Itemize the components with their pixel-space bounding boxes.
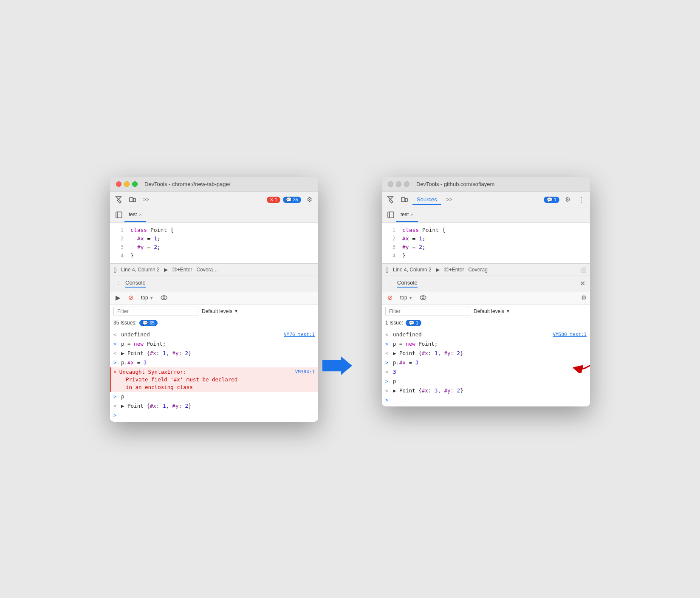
- issues-badge: 💬 35: [283, 197, 301, 203]
- more-tabs-button[interactable]: >>: [141, 194, 152, 205]
- right-title-bar: DevTools - github.com/sofiayem: [382, 177, 590, 192]
- console-row-1-right: < undefined VM580 test:1: [382, 330, 590, 339]
- svg-rect-7: [401, 197, 405, 202]
- shortcut-right: ⌘+Enter: [444, 267, 464, 273]
- right-device-toolbar-button[interactable]: [399, 194, 410, 205]
- top-dropdown-icon-left: ▼: [150, 296, 154, 300]
- eye-button-right[interactable]: [418, 293, 428, 302]
- direction-arrow: [322, 355, 352, 376]
- right-maximize-button[interactable]: [404, 181, 409, 187]
- svg-rect-1: [133, 198, 135, 202]
- file-tab-close-right[interactable]: ×: [411, 212, 413, 217]
- maximize-button[interactable]: [132, 181, 138, 187]
- right-devtools-window: DevTools - github.com/sofiayem Sources >…: [382, 177, 590, 406]
- right-inspector-button[interactable]: [385, 194, 396, 205]
- issues-num-left: 35: [150, 320, 155, 325]
- right-console-panel: ⋮ Console ✕ ⊘ top ▼ ⚙ Def: [382, 276, 590, 406]
- left-issues-bar: 35 Issues: 💬 35: [110, 318, 318, 328]
- console-row-2-right: > p = new Point;: [382, 339, 590, 349]
- settings-button[interactable]: ⚙: [304, 194, 315, 205]
- filter-input-right[interactable]: [385, 307, 470, 316]
- filter-input-left[interactable]: [113, 307, 198, 316]
- console-row-2-left: > p = new Point;: [110, 339, 318, 349]
- svg-rect-8: [405, 198, 407, 202]
- console-row-4-right: > p.#x = 3: [382, 358, 590, 367]
- device-toolbar-button[interactable]: [127, 194, 138, 205]
- top-label-left: top: [141, 295, 148, 301]
- left-main-toolbar: >> ✕ 1 💬 35 ⚙: [110, 192, 318, 208]
- right-settings-button[interactable]: ⚙: [562, 194, 573, 205]
- left-console-header: ⋮ Console: [110, 276, 318, 291]
- code-line-3-left: 3 #y = 2;: [110, 243, 318, 251]
- minimize-button[interactable]: [124, 181, 130, 187]
- svg-marker-6: [322, 356, 352, 375]
- code-line-2-left: 2 #x = 1;: [110, 234, 318, 243]
- default-levels-left[interactable]: Default levels ▼: [202, 308, 238, 314]
- console-row-6-left: < ▶ Point {#x: 1, #y: 2}: [110, 401, 318, 411]
- console-more-button-right[interactable]: ⋮: [385, 279, 395, 288]
- top-selector-right[interactable]: top ▼: [398, 294, 415, 302]
- console-row-7-right: < ▶ Point {#x: 3, #y: 2}: [382, 386, 590, 395]
- console-run-btn-left[interactable]: ▶: [113, 293, 123, 302]
- default-levels-right[interactable]: Default levels ▼: [474, 308, 510, 314]
- top-label-right: top: [400, 295, 407, 301]
- svg-rect-9: [388, 212, 394, 218]
- right-console-output: < undefined VM580 test:1 > p = new Point…: [382, 328, 590, 406]
- left-traffic-lights: [116, 181, 138, 187]
- right-close-button[interactable]: [388, 181, 393, 187]
- console-row-5-right: < 3: [382, 367, 590, 377]
- vm76-link[interactable]: VM76 test:1: [284, 331, 315, 338]
- coverage-right: Coverag: [468, 267, 487, 273]
- console-close-button-right[interactable]: ✕: [578, 279, 587, 288]
- right-filter-bar: Default levels ▼: [382, 305, 590, 318]
- file-tab-close-left[interactable]: ×: [139, 212, 141, 217]
- right-traffic-lights: [388, 181, 409, 187]
- console-block-btn-left[interactable]: ⊘: [126, 293, 135, 302]
- inspector-button[interactable]: [113, 194, 124, 205]
- file-tab-name-left: test: [129, 212, 137, 217]
- right-window-title: DevTools - github.com/sofiayem: [416, 181, 494, 187]
- right-issues-badge: 💬 1: [544, 197, 559, 203]
- left-sources-tab-bar: test ×: [110, 208, 318, 223]
- eye-button-left[interactable]: [159, 293, 169, 302]
- top-selector-left[interactable]: top ▼: [139, 294, 156, 302]
- right-main-toolbar: Sources >> 💬 1 ⚙ ⋮: [382, 192, 590, 208]
- left-panel-toggle[interactable]: [113, 209, 124, 220]
- issues-count-badge-left: 💬 35: [139, 320, 158, 326]
- console-block-btn-right[interactable]: ⊘: [385, 293, 395, 302]
- right-more-menu-button[interactable]: ⋮: [576, 194, 587, 205]
- left-filter-bar: Default levels ▼: [110, 305, 318, 318]
- expand-panel-icon[interactable]: ⬜: [580, 267, 587, 273]
- error-icon: ✕: [270, 197, 274, 203]
- format-icon[interactable]: {}: [113, 267, 117, 273]
- right-more-tabs-button[interactable]: >>: [444, 194, 455, 205]
- left-code-editor: 1 class Point { 2 #x = 1; 3 #y = 2; 4 }: [110, 223, 318, 263]
- run-icon-left[interactable]: ▶: [164, 267, 168, 273]
- console-settings-icon[interactable]: ⚙: [581, 294, 587, 302]
- right-issues-icon: 💬: [547, 197, 553, 203]
- file-tab-test-left[interactable]: test ×: [124, 208, 146, 222]
- vm384-link[interactable]: VM384:1: [295, 368, 315, 376]
- close-button[interactable]: [116, 181, 121, 187]
- issues-label-left: 35 Issues:: [113, 320, 137, 326]
- console-row-3-right: < ▶ Point {#x: 1, #y: 2}: [382, 349, 590, 358]
- vm580-link[interactable]: VM580 test:1: [553, 331, 587, 338]
- format-icon-right[interactable]: {}: [385, 267, 389, 273]
- svg-rect-2: [116, 212, 122, 218]
- left-console-title: Console: [125, 279, 146, 288]
- console-more-button-left[interactable]: ⋮: [113, 279, 123, 288]
- sources-tab-right[interactable]: Sources: [412, 195, 441, 205]
- file-tab-test-right[interactable]: test ×: [396, 208, 418, 222]
- cursor-position-right: Line 4, Column 2: [393, 267, 432, 273]
- code-line-2-right: 2 #x = 1;: [382, 234, 590, 243]
- right-sources-tab-bar: test ×: [382, 208, 590, 223]
- right-panel-toggle[interactable]: [385, 209, 396, 220]
- left-console-output: < undefined VM76 test:1 > p = new Point;…: [110, 328, 318, 422]
- console-row-1-left: < undefined VM76 test:1: [110, 330, 318, 339]
- left-status-bar: {} Line 4, Column 2 ▶ ⌘+Enter Covera…: [110, 263, 318, 276]
- right-minimize-button[interactable]: [396, 181, 401, 187]
- console-prompt-right: >: [382, 395, 590, 405]
- right-code-editor: 1 class Point { 2 #x = 1; 3 #y = 2; 4 }: [382, 223, 590, 263]
- run-icon-right[interactable]: ▶: [436, 267, 440, 273]
- sources-tab-label: Sources: [417, 196, 437, 203]
